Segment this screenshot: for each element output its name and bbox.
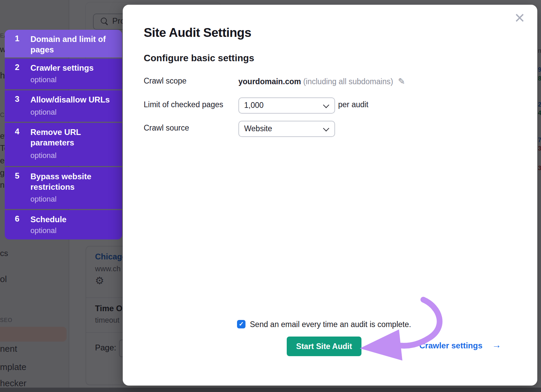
site-audit-settings-modal: × Site Audit Settings Configure basic se… [123, 5, 537, 386]
step-number: 2 [15, 63, 26, 72]
step-schedule[interactable]: 6 Schedule optional [5, 210, 122, 239]
step-title: Domain and limit of pages [30, 34, 119, 55]
step-number: 5 [15, 171, 26, 181]
crawl-scope-note: (including all subdomains) [303, 77, 393, 86]
crawl-source-label: Crawl source [144, 123, 189, 133]
step-remove-url-parameters[interactable]: 4 Remove URL parameters optional [5, 123, 122, 166]
step-bypass-website-restrictions[interactable]: 5 Bypass website restrictions optional [5, 167, 122, 209]
modal-title: Site Audit Settings [144, 26, 251, 40]
crawl-scope-label: Crawl scope [144, 76, 187, 86]
annotation-arrow-icon [352, 294, 446, 361]
start-site-audit-button[interactable]: Start Site Audit [287, 337, 361, 356]
limit-select[interactable]: 1,000 [238, 97, 335, 114]
step-note: optional [30, 108, 56, 117]
crawl-scope-domain: yourdomain.com [238, 77, 301, 86]
chevron-down-icon [323, 102, 329, 108]
step-number: 1 [15, 34, 26, 43]
step-title: Allow/disallow URLs [30, 94, 119, 105]
step-title: Crawler settings [30, 63, 119, 73]
limit-label: Limit of checked pages [144, 100, 223, 109]
step-number: 6 [15, 214, 26, 224]
crawl-source-select[interactable]: Website [238, 121, 335, 137]
step-title: Remove URL parameters [30, 127, 119, 148]
step-crawler-settings[interactable]: 2 Crawler settings optional [5, 59, 122, 89]
screen: Pro EA w h C ew To er g ns cs ol SEO nen… [0, 0, 541, 392]
step-allow-disallow-urls[interactable]: 3 Allow/disallow URLs optional [5, 90, 122, 122]
step-number: 4 [15, 127, 26, 136]
step-note: optional [30, 151, 56, 160]
section-heading: Configure basic settings [144, 53, 254, 64]
edit-pencil-icon[interactable]: ✎ [398, 76, 405, 86]
chevron-down-icon [323, 125, 329, 131]
step-title: Schedule [30, 214, 119, 225]
step-title: Bypass website restrictions [30, 171, 119, 192]
step-note: optional [30, 195, 56, 204]
per-audit-label: per audit [338, 100, 369, 109]
crawl-scope-value: yourdomain.com (including all subdomains… [238, 76, 405, 86]
wizard-steps-panel: 1 Domain and limit of pages 2 Crawler se… [5, 30, 122, 239]
step-number: 3 [15, 94, 26, 104]
close-icon[interactable]: × [512, 11, 527, 26]
email-checkbox[interactable]: ✓ [237, 320, 245, 328]
step-note: optional [30, 226, 56, 235]
step-domain-and-limit[interactable]: 1 Domain and limit of pages [5, 30, 122, 57]
crawl-source-select-value: Website [244, 124, 272, 133]
right-arrow-icon: → [492, 340, 501, 350]
step-note: optional [30, 75, 56, 84]
limit-select-value: 1,000 [244, 101, 264, 110]
